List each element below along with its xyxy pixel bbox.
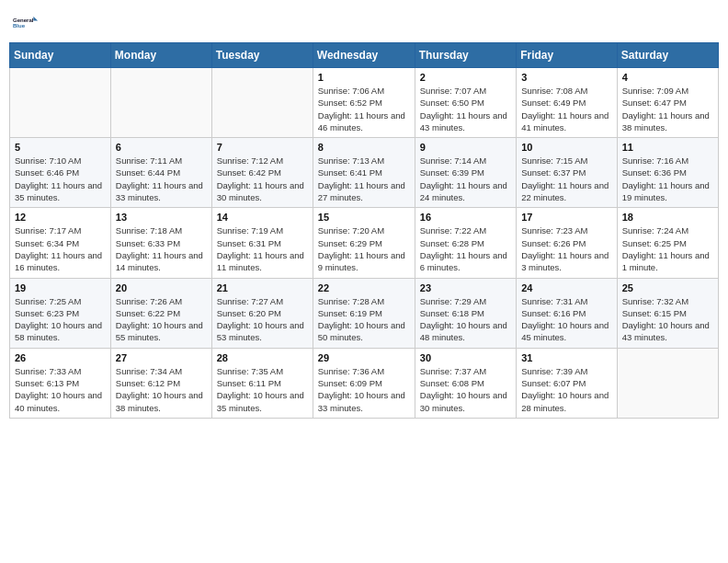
day-number: 24 <box>521 282 612 293</box>
day-number: 14 <box>217 212 308 223</box>
calendar-cell: 10Sunrise: 7:15 AM Sunset: 6:37 PM Dayli… <box>517 138 618 208</box>
calendar-cell: 3Sunrise: 7:08 AM Sunset: 6:49 PM Daylig… <box>517 68 618 138</box>
calendar-cell: 22Sunrise: 7:28 AM Sunset: 6:19 PM Dayli… <box>313 278 415 348</box>
day-number: 3 <box>521 72 612 83</box>
header-day-wednesday: Wednesday <box>313 43 415 68</box>
calendar-cell: 2Sunrise: 7:07 AM Sunset: 6:50 PM Daylig… <box>415 68 516 138</box>
calendar-cell: 7Sunrise: 7:12 AM Sunset: 6:42 PM Daylig… <box>211 138 313 208</box>
calendar-cell: 24Sunrise: 7:31 AM Sunset: 6:16 PM Dayli… <box>517 278 618 348</box>
calendar-cell: 11Sunrise: 7:16 AM Sunset: 6:36 PM Dayli… <box>617 138 718 208</box>
day-number: 30 <box>420 352 511 363</box>
day-info: Sunrise: 7:14 AM Sunset: 6:39 PM Dayligh… <box>420 155 511 203</box>
day-number: 17 <box>521 212 612 223</box>
day-info: Sunrise: 7:11 AM Sunset: 6:44 PM Dayligh… <box>116 155 207 203</box>
day-number: 12 <box>15 212 106 223</box>
svg-text:Blue: Blue <box>13 23 26 29</box>
calendar-cell: 9Sunrise: 7:14 AM Sunset: 6:39 PM Daylig… <box>415 138 516 208</box>
calendar-cell: 6Sunrise: 7:11 AM Sunset: 6:44 PM Daylig… <box>110 138 211 208</box>
calendar-table: SundayMondayTuesdayWednesdayThursdayFrid… <box>9 42 719 419</box>
day-number: 9 <box>420 142 511 153</box>
calendar-cell: 15Sunrise: 7:20 AM Sunset: 6:29 PM Dayli… <box>313 208 415 278</box>
calendar-header-row: SundayMondayTuesdayWednesdayThursdayFrid… <box>10 43 719 68</box>
week-row-1: 5Sunrise: 7:10 AM Sunset: 6:46 PM Daylig… <box>10 138 719 208</box>
day-number: 4 <box>622 72 713 83</box>
calendar-cell: 1Sunrise: 7:06 AM Sunset: 6:52 PM Daylig… <box>313 68 415 138</box>
day-info: Sunrise: 7:35 AM Sunset: 6:11 PM Dayligh… <box>217 365 308 414</box>
day-number: 13 <box>116 212 207 223</box>
day-number: 18 <box>622 212 713 223</box>
day-info: Sunrise: 7:37 AM Sunset: 6:08 PM Dayligh… <box>420 365 511 414</box>
calendar-cell: 18Sunrise: 7:24 AM Sunset: 6:25 PM Dayli… <box>617 208 718 278</box>
day-number: 10 <box>521 142 612 153</box>
day-number: 5 <box>15 142 106 153</box>
calendar-cell: 23Sunrise: 7:29 AM Sunset: 6:18 PM Dayli… <box>415 278 516 348</box>
header-day-thursday: Thursday <box>415 43 516 68</box>
day-number: 8 <box>318 142 410 153</box>
calendar-cell: 29Sunrise: 7:36 AM Sunset: 6:09 PM Dayli… <box>313 348 415 418</box>
day-info: Sunrise: 7:20 AM Sunset: 6:29 PM Dayligh… <box>318 224 410 273</box>
header-day-saturday: Saturday <box>617 43 718 68</box>
calendar-cell <box>10 68 111 138</box>
calendar-cell: 20Sunrise: 7:26 AM Sunset: 6:22 PM Dayli… <box>110 278 211 348</box>
day-number: 26 <box>15 352 106 363</box>
calendar-cell: 21Sunrise: 7:27 AM Sunset: 6:20 PM Dayli… <box>211 278 313 348</box>
day-info: Sunrise: 7:23 AM Sunset: 6:26 PM Dayligh… <box>521 224 612 273</box>
logo-icon: GeneralBlue <box>13 9 39 35</box>
day-info: Sunrise: 7:08 AM Sunset: 6:49 PM Dayligh… <box>521 85 612 133</box>
day-number: 7 <box>217 142 308 153</box>
calendar-cell: 5Sunrise: 7:10 AM Sunset: 6:46 PM Daylig… <box>10 138 111 208</box>
day-info: Sunrise: 7:16 AM Sunset: 6:36 PM Dayligh… <box>622 155 713 203</box>
calendar-cell: 12Sunrise: 7:17 AM Sunset: 6:34 PM Dayli… <box>10 208 111 278</box>
day-number: 6 <box>116 142 207 153</box>
week-row-2: 12Sunrise: 7:17 AM Sunset: 6:34 PM Dayli… <box>10 208 719 278</box>
day-number: 27 <box>116 352 207 363</box>
day-info: Sunrise: 7:18 AM Sunset: 6:33 PM Dayligh… <box>116 224 207 273</box>
calendar-cell: 19Sunrise: 7:25 AM Sunset: 6:23 PM Dayli… <box>10 278 111 348</box>
day-number: 1 <box>318 72 410 83</box>
calendar-cell: 4Sunrise: 7:09 AM Sunset: 6:47 PM Daylig… <box>617 68 718 138</box>
week-row-0: 1Sunrise: 7:06 AM Sunset: 6:52 PM Daylig… <box>10 68 719 138</box>
page-header: GeneralBlue <box>9 9 719 35</box>
day-info: Sunrise: 7:12 AM Sunset: 6:42 PM Dayligh… <box>217 155 308 203</box>
logo: GeneralBlue <box>13 9 42 35</box>
calendar-cell: 8Sunrise: 7:13 AM Sunset: 6:41 PM Daylig… <box>313 138 415 208</box>
day-info: Sunrise: 7:28 AM Sunset: 6:19 PM Dayligh… <box>318 295 410 344</box>
day-info: Sunrise: 7:27 AM Sunset: 6:20 PM Dayligh… <box>217 295 308 344</box>
calendar-cell <box>211 68 313 138</box>
day-info: Sunrise: 7:09 AM Sunset: 6:47 PM Dayligh… <box>622 85 713 133</box>
calendar-cell <box>617 348 718 418</box>
calendar-cell: 13Sunrise: 7:18 AM Sunset: 6:33 PM Dayli… <box>110 208 211 278</box>
calendar-cell <box>110 68 211 138</box>
day-number: 11 <box>622 142 713 153</box>
day-info: Sunrise: 7:15 AM Sunset: 6:37 PM Dayligh… <box>521 155 612 203</box>
day-info: Sunrise: 7:17 AM Sunset: 6:34 PM Dayligh… <box>15 224 106 273</box>
day-number: 19 <box>15 282 106 293</box>
day-number: 31 <box>521 352 612 363</box>
day-number: 22 <box>318 282 410 293</box>
calendar-cell: 14Sunrise: 7:19 AM Sunset: 6:31 PM Dayli… <box>211 208 313 278</box>
day-info: Sunrise: 7:29 AM Sunset: 6:18 PM Dayligh… <box>420 295 511 344</box>
calendar-cell: 16Sunrise: 7:22 AM Sunset: 6:28 PM Dayli… <box>415 208 516 278</box>
day-number: 28 <box>217 352 308 363</box>
day-number: 20 <box>116 282 207 293</box>
day-info: Sunrise: 7:10 AM Sunset: 6:46 PM Dayligh… <box>15 155 106 203</box>
day-info: Sunrise: 7:32 AM Sunset: 6:15 PM Dayligh… <box>622 295 713 344</box>
day-info: Sunrise: 7:39 AM Sunset: 6:07 PM Dayligh… <box>521 365 612 414</box>
week-row-3: 19Sunrise: 7:25 AM Sunset: 6:23 PM Dayli… <box>10 278 719 348</box>
header-day-friday: Friday <box>517 43 618 68</box>
day-info: Sunrise: 7:07 AM Sunset: 6:50 PM Dayligh… <box>420 85 511 133</box>
day-number: 15 <box>318 212 410 223</box>
header-day-tuesday: Tuesday <box>211 43 313 68</box>
day-info: Sunrise: 7:36 AM Sunset: 6:09 PM Dayligh… <box>318 365 410 414</box>
svg-marker-2 <box>33 17 38 21</box>
day-info: Sunrise: 7:19 AM Sunset: 6:31 PM Dayligh… <box>217 224 308 273</box>
day-info: Sunrise: 7:33 AM Sunset: 6:13 PM Dayligh… <box>15 365 106 414</box>
calendar-cell: 17Sunrise: 7:23 AM Sunset: 6:26 PM Dayli… <box>517 208 618 278</box>
day-number: 2 <box>420 72 511 83</box>
day-number: 25 <box>622 282 713 293</box>
calendar-cell: 26Sunrise: 7:33 AM Sunset: 6:13 PM Dayli… <box>10 348 111 418</box>
calendar-body: 1Sunrise: 7:06 AM Sunset: 6:52 PM Daylig… <box>10 68 719 419</box>
calendar-cell: 25Sunrise: 7:32 AM Sunset: 6:15 PM Dayli… <box>617 278 718 348</box>
day-number: 16 <box>420 212 511 223</box>
day-info: Sunrise: 7:31 AM Sunset: 6:16 PM Dayligh… <box>521 295 612 344</box>
